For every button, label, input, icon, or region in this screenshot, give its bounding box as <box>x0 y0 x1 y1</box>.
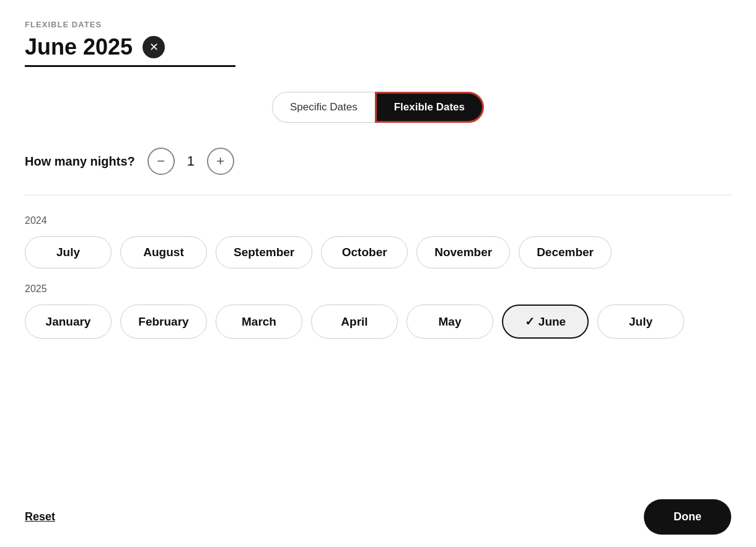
close-icon: ✕ <box>149 40 159 54</box>
close-button[interactable]: ✕ <box>143 36 165 58</box>
tab-row: Specific Dates Flexible Dates <box>25 92 731 123</box>
done-button[interactable]: Done <box>644 499 731 535</box>
check-icon: ✓ <box>525 315 535 328</box>
bottom-bar: Reset Done <box>0 487 756 547</box>
month-button-november[interactable]: November <box>416 236 510 269</box>
page-title: June 2025 <box>25 34 133 60</box>
month-button-february[interactable]: February <box>120 305 207 339</box>
month-button-april[interactable]: April <box>311 305 398 339</box>
month-button-july[interactable]: July <box>25 236 112 269</box>
flexible-dates-label: FLEXIBLE DATES <box>25 20 731 29</box>
year-label: 2025 <box>25 283 731 295</box>
section-divider <box>25 195 731 195</box>
month-button-october[interactable]: October <box>321 236 408 269</box>
month-button-july[interactable]: July <box>597 305 684 339</box>
months-section: 2024JulyAugustSeptemberOctoberNovemberDe… <box>25 215 731 339</box>
month-button-august[interactable]: August <box>120 236 207 269</box>
nights-count: 1 <box>185 153 197 169</box>
month-button-september[interactable]: September <box>216 236 312 269</box>
increment-nights-button[interactable]: + <box>207 148 234 175</box>
month-button-june[interactable]: ✓June <box>502 305 589 339</box>
month-button-march[interactable]: March <box>216 305 302 339</box>
month-button-january[interactable]: January <box>25 305 112 339</box>
months-grid: JanuaryFebruaryMarchAprilMay✓JuneJuly <box>25 305 731 339</box>
nights-controls: − 1 + <box>147 148 234 175</box>
month-button-may[interactable]: May <box>407 305 493 339</box>
reset-button[interactable]: Reset <box>25 510 55 523</box>
tab-specific-dates[interactable]: Specific Dates <box>272 92 375 123</box>
plus-icon: + <box>216 153 224 169</box>
main-container: FLEXIBLE DATES June 2025 ✕ Specific Date… <box>0 0 756 378</box>
title-underline <box>25 65 235 67</box>
decrement-nights-button[interactable]: − <box>147 148 175 175</box>
minus-icon: − <box>157 153 165 169</box>
year-label: 2024 <box>25 215 731 226</box>
nights-label: How many nights? <box>25 154 135 169</box>
month-button-december[interactable]: December <box>519 236 612 269</box>
months-grid: JulyAugustSeptemberOctoberNovemberDecemb… <box>25 236 731 269</box>
nights-row: How many nights? − 1 + <box>25 148 731 175</box>
tab-flexible-dates[interactable]: Flexible Dates <box>375 92 484 123</box>
title-row: June 2025 ✕ <box>25 34 731 60</box>
